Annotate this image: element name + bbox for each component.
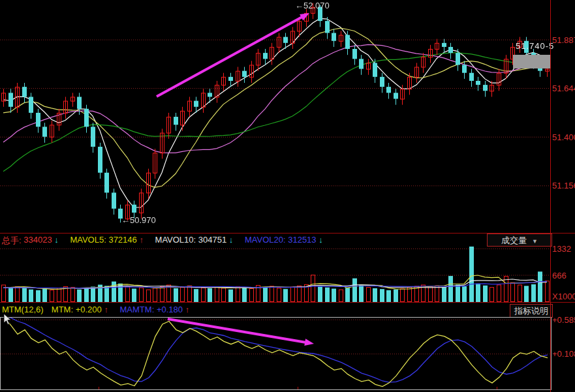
marker-left-arrow-icon: ← [121,215,130,225]
down-arrow-icon: ↓ [229,235,234,245]
stock-chart-app: 51.88751.64451.40051.156 ←52.070 ←50.970… [0,0,575,392]
panel-separator [0,302,575,303]
marker-left-arrow-icon: ← [295,1,303,10]
total-hands-label: 总手: [2,235,22,245]
mavol5-value: 372146 [108,235,136,245]
indicator-help-button[interactable]: 指标说明 [510,304,553,318]
y-axis-label: 51.156 [552,181,575,190]
last-price-tag-label: 51.740-5 [516,41,554,51]
mtm-panel-frame [0,317,552,390]
y-axis-label: 51.887 [552,35,575,45]
down-arrow-icon: ↓ [319,235,323,245]
total-hands-value: 334023 [23,235,52,245]
axis-divider [550,0,551,392]
mavol20-value: 312513 [288,235,316,245]
mtm-value: +0.200 [76,305,102,314]
up-arrow-icon: ↑ [139,235,144,245]
volume-header: 总手: 334023 ↓ MAVOL5: 372146 ↑ MAVOL10: 3… [2,235,323,247]
high-price-marker: ←52.070 [295,1,330,10]
volume-type-label: 成交量 [501,235,527,245]
mamtm-label: MAMTM: [120,305,155,314]
last-price-tag-box[interactable] [513,55,550,68]
low-price-marker: ←50.970 [121,215,156,225]
mavol10-value: 304751 [198,235,226,245]
high-price-value: 52.070 [303,1,330,10]
y-axis-label: 666 [552,271,567,280]
volume-unit-label: X10000 [552,292,575,301]
low-price-value: 50.970 [130,215,156,225]
y-axis-label: +0.108 [552,349,575,359]
y-axis-label: 51.400 [552,132,575,142]
mavol20-label: MAVOL20: [245,235,286,245]
mtm-header: MTM(12,6) MTM: +0.200 ↑ MAMTM: +0.180 ↑ [2,305,189,316]
down-arrow-icon: ↓ [54,235,59,245]
up-arrow-icon: ↑ [104,305,108,314]
volume-type-dropdown[interactable]: 成交量▼ [487,234,552,247]
mouse-cursor [3,314,12,325]
mtm-title: MTM(12,6) [2,305,44,314]
mtm-label: MTM: [52,305,73,314]
mavol5-label: MAVOL5: [70,235,106,245]
mavol10-label: MAVOL10: [155,235,196,245]
up-arrow-icon: ↑ [185,305,190,314]
mtm-chart[interactable] [1,318,551,389]
y-axis-label: +0.585 [552,315,575,325]
y-axis-label: 1332 [552,244,571,254]
chevron-down-icon: ▼ [532,238,538,245]
mamtm-value: +0.180 [157,305,183,314]
volume-chart[interactable] [0,246,551,302]
y-axis-label: 51.644 [552,83,575,93]
candlestick-chart[interactable] [0,0,551,233]
